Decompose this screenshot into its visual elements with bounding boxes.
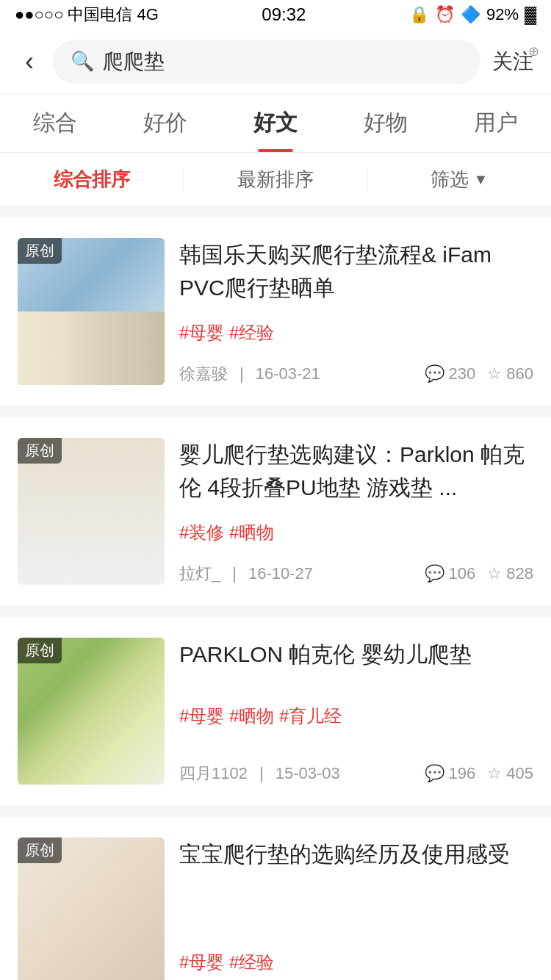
filter-shaixuan[interactable]: 筛选 ▼	[368, 153, 551, 206]
article-card-1[interactable]: 原创 韩国乐天购买爬行垫流程& iFam PVC爬行垫晒单 #母婴 #经验 徐嘉…	[0, 217, 551, 406]
article-author-1: 徐嘉骏	[179, 363, 228, 385]
filter-zuixin[interactable]: 最新排序	[184, 153, 367, 206]
original-badge-3: 原创	[18, 638, 62, 663]
status-right: 🔒 ⏰ 🔷 92% ▓	[409, 5, 536, 24]
article-content-1: 韩国乐天购买爬行垫流程& iFam PVC爬行垫晒单 #母婴 #经验 徐嘉骏 |…	[179, 238, 533, 385]
article-title-3: PARKLON 帕克伦 婴幼儿爬垫	[179, 638, 533, 671]
article-meta-1: 徐嘉骏 | 16-03-21 💬 230 ☆ 860	[179, 363, 533, 385]
article-tags-1: #母婴 #经验	[179, 321, 533, 345]
article-meta-2: 拉灯_ | 16-10-27 💬 106 ☆ 828	[179, 563, 533, 585]
article-card-2[interactable]: 原创 婴儿爬行垫选购建议：Parklon 帕克伦 4段折叠PU地垫 游戏垫 ..…	[0, 417, 551, 605]
article-content-3: PARKLON 帕克伦 婴幼儿爬垫 #母婴 #晒物 #育儿经 四月1102 | …	[179, 638, 533, 785]
tab-haojia[interactable]: 好价	[110, 94, 220, 152]
original-badge-4: 原创	[18, 837, 62, 863]
article-date-1: 16-03-21	[256, 364, 320, 383]
carrier: 中国电信	[68, 4, 132, 26]
back-button[interactable]: ‹	[18, 39, 41, 84]
article-stars-1: ☆ 860	[487, 364, 533, 383]
article-thumb-2: 原创	[18, 438, 165, 585]
search-icon: 🔍	[71, 50, 94, 73]
filter-arrow-icon: ▼	[473, 171, 488, 188]
follow-plus-icon: ⊕	[528, 43, 539, 60]
comment-icon-2: 💬	[425, 564, 444, 583]
article-title-4: 宝宝爬行垫的选购经历及使用感受	[179, 837, 533, 871]
filter-bar: 综合排序 最新排序 筛选 ▼	[0, 153, 551, 206]
star-icon-1: ☆	[487, 364, 502, 383]
article-thumb-3: 原创	[18, 638, 165, 785]
article-tags-3: #母婴 #晒物 #育儿经	[179, 705, 533, 728]
article-stars-2: ☆ 828	[487, 564, 533, 583]
original-badge-2: 原创	[18, 438, 62, 464]
article-title-1: 韩国乐天购买爬行垫流程& iFam PVC爬行垫晒单	[179, 238, 533, 304]
signal-dots: ●●○○○	[15, 5, 63, 24]
article-card-3[interactable]: 原创 PARKLON 帕克伦 婴幼儿爬垫 #母婴 #晒物 #育儿经 四月1102…	[0, 617, 551, 805]
article-comments-2: 💬 106	[425, 564, 476, 583]
battery-icon: ▓	[525, 5, 536, 24]
bluetooth-icon: 🔷	[461, 5, 480, 24]
battery-level: 92%	[486, 5, 519, 24]
article-comments-1: 💬 230	[425, 364, 476, 383]
article-tags-2: #装修 #晒物	[179, 521, 533, 544]
article-list: 原创 韩国乐天购买爬行垫流程& iFam PVC爬行垫晒单 #母婴 #经验 徐嘉…	[0, 217, 551, 980]
status-bar: ●●○○○ 中国电信 4G 09:32 🔒 ⏰ 🔷 92% ▓	[0, 0, 551, 29]
article-stars-3: ☆ 405	[487, 764, 533, 783]
article-tags-4: #母婴 #经验	[179, 951, 533, 974]
article-date-3: 15-03-03	[276, 764, 340, 783]
article-meta-3: 四月1102 | 15-03-03 💬 196 ☆ 405	[179, 763, 533, 785]
network-type: 4G	[137, 5, 158, 24]
follow-label: 关注	[492, 50, 533, 73]
status-left: ●●○○○ 中国电信 4G	[15, 4, 159, 26]
tab-haowen[interactable]: 好文	[220, 94, 331, 152]
article-thumb-4: 原创	[18, 837, 165, 980]
alarm-icon: ⏰	[435, 5, 455, 24]
tab-yonghu[interactable]: 用户	[441, 94, 551, 152]
tab-zonghe[interactable]: 综合	[0, 94, 110, 152]
search-bar: ‹ 🔍 爬爬垫 关注 ⊕	[0, 29, 551, 94]
article-content-4: 宝宝爬行垫的选购经历及使用感受 #母婴 #经验	[179, 837, 533, 980]
article-title-2: 婴儿爬行垫选购建议：Parklon 帕克伦 4段折叠PU地垫 游戏垫 ...	[179, 438, 533, 504]
article-author-3: 四月1102	[179, 763, 248, 785]
article-comments-3: 💬 196	[425, 764, 476, 783]
lock-icon: 🔒	[409, 5, 429, 24]
star-icon-2: ☆	[487, 564, 502, 583]
article-content-2: 婴儿爬行垫选购建议：Parklon 帕克伦 4段折叠PU地垫 游戏垫 ... #…	[179, 438, 533, 585]
tab-haowu[interactable]: 好物	[331, 94, 441, 152]
star-icon-3: ☆	[487, 764, 502, 783]
article-date-2: 16-10-27	[248, 564, 313, 583]
article-card-4[interactable]: 原创 宝宝爬行垫的选购经历及使用感受 #母婴 #经验	[0, 817, 551, 980]
comment-icon-3: 💬	[425, 764, 444, 783]
filter-zonghe[interactable]: 综合排序	[0, 153, 183, 206]
status-time: 09:32	[262, 4, 306, 25]
article-thumb-1: 原创	[18, 238, 165, 385]
article-author-2: 拉灯_	[179, 563, 220, 585]
original-badge-1: 原创	[18, 238, 62, 264]
search-input-wrap[interactable]: 🔍 爬爬垫	[53, 40, 480, 84]
follow-button[interactable]: 关注 ⊕	[492, 48, 533, 76]
search-query: 爬爬垫	[103, 48, 165, 76]
comment-icon-1: 💬	[425, 364, 444, 383]
tab-bar: 综合 好价 好文 好物 用户	[0, 94, 551, 153]
